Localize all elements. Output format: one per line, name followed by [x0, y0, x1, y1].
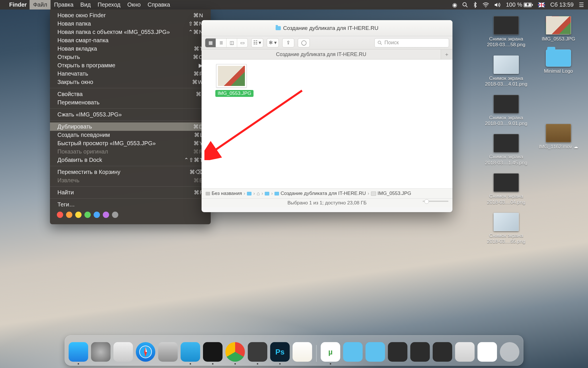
window-title: Создание дубликата для IT-HERE.RU [283, 25, 378, 31]
view-list-button[interactable]: ≣ [216, 39, 227, 47]
menu-item[interactable]: Новая вкладка⌘T [50, 45, 211, 53]
battery-status[interactable]: 100 % [506, 1, 533, 8]
dock-stack4[interactable] [455, 342, 475, 362]
window-titlebar[interactable]: Создание дубликата для IT-HERE.RU [202, 20, 452, 36]
tag-dot[interactable] [103, 212, 109, 218]
menu-окно[interactable]: Окно [124, 0, 144, 9]
clock[interactable]: Сб 13:59 [550, 1, 574, 8]
menu-item[interactable]: Открыть⌘O [50, 53, 211, 61]
zoom-slider[interactable] [423, 201, 448, 202]
dock-launchpad[interactable] [91, 342, 111, 362]
menu-item[interactable]: Напечатать⌘P [50, 70, 211, 78]
dock-trash[interactable] [500, 342, 519, 362]
spotlight-icon[interactable] [462, 2, 468, 8]
tag-dot[interactable] [112, 212, 118, 218]
menu-item[interactable]: Новая смарт-папка [50, 36, 211, 45]
finder-tab[interactable]: Создание дубликата для IT-HERE.RU [202, 49, 441, 59]
menu-item[interactable]: Новое окно Finder⌘N [50, 11, 211, 20]
menu-item[interactable]: Добавить в Dock⌃⇧⌘T [50, 156, 211, 164]
dock-chrome[interactable] [225, 342, 245, 362]
desktop-icon[interactable]: Снимок экрана2018-03....4.01.png [482, 55, 531, 87]
input-source[interactable] [538, 3, 545, 7]
desktop-icon[interactable]: Снимок экрана2018-03....58.png [482, 16, 531, 48]
desktop-icon[interactable]: Снимок экрана2018-03....04.png [482, 173, 531, 205]
status-bar: Выбрано 1 из 1; доступно 23,08 ГБ [202, 199, 452, 207]
menu-item[interactable]: Найти⌘F [50, 188, 211, 197]
path-segment[interactable]: Создание дубликата для IT-HERE.RU [274, 191, 366, 196]
menubar: Finder ФайлПравкаВидПереходОкноСправка ◉… [0, 0, 588, 9]
dock-folder1[interactable] [343, 342, 363, 362]
path-segment[interactable] [247, 192, 252, 195]
finder-tabbar: Создание дубликата для IT-HERE.RU ＋ [202, 49, 452, 60]
dock-telegram[interactable] [181, 342, 200, 362]
menu-справка[interactable]: Справка [144, 0, 173, 9]
path-segment[interactable]: Без названия [206, 191, 242, 196]
share-button[interactable]: ⇪ [282, 38, 294, 47]
svg-point-0 [463, 3, 466, 6]
path-segment[interactable]: IMG_0553.JPG [371, 191, 411, 196]
menu-item[interactable]: Закрыть окно⌘W [50, 78, 211, 86]
menu-item[interactable]: Новая папка⇧⌘N [50, 20, 211, 28]
new-tab-button[interactable]: ＋ [441, 49, 452, 59]
volume-icon[interactable] [494, 2, 501, 7]
desktop-icon[interactable]: Minimal Logo [534, 49, 583, 74]
menu-item[interactable]: Быстрый просмотр «IMG_0553.JPG»⌘Y [50, 139, 211, 147]
wifi-icon[interactable] [482, 2, 489, 7]
menu-item[interactable]: Дублировать⌘D [50, 122, 211, 131]
dock-stack1[interactable] [388, 342, 407, 362]
dock-terminal[interactable] [203, 342, 223, 362]
view-columns-button[interactable]: ◫ [227, 39, 237, 47]
tag-dot[interactable] [57, 212, 63, 218]
dock-stack3[interactable] [433, 342, 452, 362]
desktop-icon[interactable]: Снимок экрана2018-03....55.png [482, 213, 531, 245]
dock-stack2[interactable] [410, 342, 430, 362]
tags-button[interactable]: ◯ [298, 38, 310, 47]
dock-folder2[interactable] [365, 342, 385, 362]
desktop-icon[interactable]: IMG_0553.JPG [534, 16, 583, 42]
arrange-button[interactable]: ☷ ▾ [251, 38, 263, 47]
action-button[interactable]: ✻ ▾ [267, 38, 279, 47]
dock-tool[interactable] [113, 342, 133, 362]
menu-правка[interactable]: Правка [51, 0, 77, 9]
menu-item[interactable]: Создать псевдоним⌘L [50, 131, 211, 139]
file-label: IMG_0553.JPG [215, 90, 254, 97]
dock-stack5[interactable] [477, 342, 497, 362]
menu-item[interactable]: Переименовать [50, 98, 211, 107]
dock-photoshop[interactable]: Ps [270, 342, 290, 362]
dock-notes[interactable] [293, 342, 312, 362]
bluetooth-icon[interactable] [473, 2, 477, 8]
path-segment[interactable]: ⌂ [257, 191, 260, 197]
menu-переход[interactable]: Переход [94, 0, 124, 9]
dock-utorrent[interactable]: µ [321, 342, 340, 362]
tag-dot[interactable] [75, 212, 82, 218]
path-segment[interactable] [265, 192, 269, 195]
dock-settings[interactable] [158, 342, 178, 362]
menu-item[interactable]: Свойства⌘I [50, 90, 211, 98]
notification-center-icon[interactable]: ☰ [579, 1, 584, 8]
desktop-icon[interactable]: Снимок экрана2018-03....9.01.png [482, 95, 531, 127]
menu-item[interactable]: Переместить в Корзину⌘⌫ [50, 168, 211, 176]
view-icon-button[interactable]: ▦ [205, 39, 216, 47]
tag-dot[interactable] [66, 212, 72, 218]
desktop-icon[interactable]: IMG_1162.mov☁ [534, 124, 583, 150]
menu-item[interactable]: Новая папка с объектом «IMG_0553.JPG»⌃⌘N [50, 28, 211, 36]
menu-вид[interactable]: Вид [77, 0, 94, 9]
menu-item[interactable]: Теги… [50, 200, 211, 209]
tag-dot[interactable] [94, 212, 100, 218]
search-field[interactable]: Поиск [374, 38, 449, 47]
siri-icon[interactable]: ◉ [452, 1, 457, 8]
tag-dot[interactable] [84, 212, 91, 218]
desktop-icon[interactable]: Снимок экрана2018-03....1.45.png [482, 134, 531, 166]
svg-line-7 [380, 43, 382, 45]
menu-item[interactable]: Сжать «IMG_0553.JPG» [50, 110, 211, 119]
file-item[interactable]: IMG_0553.JPG [215, 64, 247, 97]
menu-item[interactable]: Открыть в программе▶ [50, 61, 211, 70]
view-mode-group: ▦ ≣ ◫ ▭ [205, 38, 248, 47]
app-name[interactable]: Finder [9, 1, 27, 8]
dock-safari[interactable] [136, 342, 155, 362]
menu-файл[interactable]: Файл [30, 0, 51, 9]
dock-sublime[interactable] [248, 342, 267, 362]
finder-content[interactable]: IMG_0553.JPG [202, 60, 452, 189]
view-gallery-button[interactable]: ▭ [237, 39, 247, 47]
dock-finder[interactable] [69, 342, 88, 362]
